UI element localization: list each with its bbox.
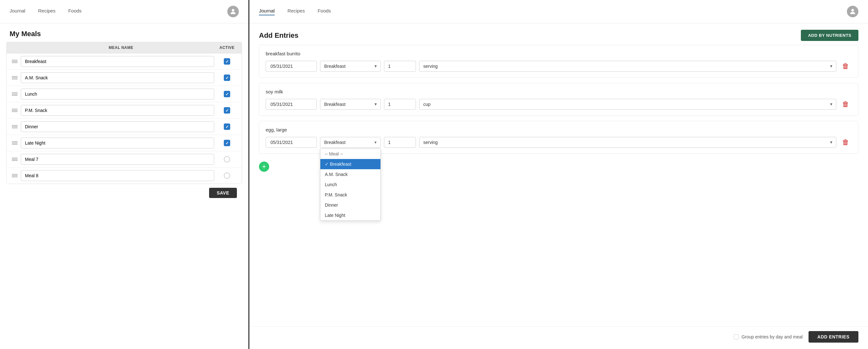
food-name-1: soy milk bbox=[266, 89, 852, 94]
nav-link-journal-right[interactable]: Journal bbox=[259, 8, 275, 16]
meal-checkbox-1[interactable] bbox=[217, 75, 237, 81]
drag-handle[interactable] bbox=[12, 60, 18, 63]
drag-handle[interactable] bbox=[12, 125, 18, 128]
nav-link-journal-left[interactable]: Journal bbox=[9, 8, 25, 16]
food-name-2: egg, large bbox=[266, 127, 852, 133]
meal-name-input-3[interactable] bbox=[21, 105, 214, 116]
entry-card-1: soy milk Breakfeast A.M. Snack Lunch P.M… bbox=[259, 83, 859, 116]
save-button[interactable]: SAVE bbox=[209, 188, 237, 198]
meal-select-display-2[interactable]: Breakfeast ▼ bbox=[320, 137, 381, 148]
group-entries-checkbox[interactable] bbox=[734, 334, 739, 340]
drag-handle[interactable] bbox=[12, 92, 18, 96]
table-row bbox=[7, 168, 242, 184]
meal-dropdown-2: -- Meal -- ✓ Breakfeast A.M. Snack Lunch… bbox=[320, 148, 381, 221]
entry-date-0[interactable] bbox=[266, 61, 317, 72]
bottom-actions: Group entries by day and meal ADD ENTRIE… bbox=[249, 326, 868, 349]
food-name-0: breakfast burrito bbox=[266, 51, 852, 56]
table-row bbox=[7, 53, 242, 70]
meal-checkbox-5[interactable] bbox=[217, 140, 237, 146]
meal-checkbox-6[interactable] bbox=[217, 156, 237, 163]
table-row bbox=[7, 119, 242, 135]
avatar-icon-right bbox=[847, 6, 859, 17]
entry-card-0: breakfast burrito Breakfeast A.M. Snack … bbox=[259, 45, 859, 78]
meals-table: MEAL NAME ACTIVE bbox=[6, 42, 242, 184]
meal-name-input-4[interactable] bbox=[21, 121, 214, 132]
meal-name-input-7[interactable] bbox=[21, 170, 214, 181]
meal-select-0[interactable]: Breakfeast A.M. Snack Lunch P.M. Snack D… bbox=[320, 61, 381, 72]
entry-quantity-1[interactable] bbox=[384, 99, 416, 110]
meal-name-input-5[interactable] bbox=[21, 138, 214, 148]
left-nav: Journal Recipes Foods bbox=[0, 0, 248, 23]
unit-select-wrapper-0: serving cup oz g ▼ bbox=[419, 61, 836, 72]
dropdown-option-dinner[interactable]: Dinner bbox=[320, 200, 380, 210]
meal-checkbox-3[interactable] bbox=[217, 107, 237, 114]
group-entries-label[interactable]: Group entries by day and meal bbox=[734, 334, 802, 340]
left-content: MEAL NAME ACTIVE bbox=[0, 42, 248, 349]
drag-handle[interactable] bbox=[12, 76, 18, 79]
nav-link-recipes-right[interactable]: Recipes bbox=[287, 8, 305, 16]
unit-select-1[interactable]: serving cup oz g bbox=[419, 99, 836, 110]
meal-name-input-0[interactable] bbox=[21, 56, 214, 67]
meal-name-input-2[interactable] bbox=[21, 89, 214, 99]
delete-entry-1[interactable]: 🗑 bbox=[840, 99, 852, 109]
dropdown-option-late-night[interactable]: Late Night bbox=[320, 210, 380, 221]
col-header-name: MEAL NAME bbox=[25, 46, 217, 50]
right-nav: Journal Recipes Foods bbox=[249, 0, 868, 23]
left-panel: Journal Recipes Foods My Meals MEAL NAME… bbox=[0, 0, 249, 349]
add-entries-button[interactable]: ADD ENTRIES bbox=[809, 331, 859, 343]
nav-link-foods-right[interactable]: Foods bbox=[317, 8, 331, 16]
table-row bbox=[7, 70, 242, 86]
dropdown-header: -- Meal -- bbox=[320, 149, 380, 159]
meals-table-header: MEAL NAME ACTIVE bbox=[7, 42, 242, 53]
entry-date-1[interactable] bbox=[266, 99, 317, 110]
avatar-icon-left bbox=[227, 6, 239, 17]
group-entries-text: Group entries by day and meal bbox=[741, 334, 802, 340]
nav-link-recipes-left[interactable]: Recipes bbox=[38, 8, 55, 16]
meal-checkbox-7[interactable] bbox=[217, 172, 237, 179]
drag-handle[interactable] bbox=[12, 174, 18, 177]
table-row bbox=[7, 135, 242, 151]
unit-select-wrapper-1: serving cup oz g ▼ bbox=[419, 99, 836, 110]
dropdown-option-breakfeast[interactable]: ✓ Breakfeast bbox=[320, 159, 380, 169]
table-row bbox=[7, 103, 242, 119]
dropdown-option-pm-snack[interactable]: P.M. Snack bbox=[320, 190, 380, 200]
drag-handle[interactable] bbox=[12, 109, 18, 112]
meal-select-value-2: Breakfeast bbox=[324, 140, 346, 145]
meal-checkbox-4[interactable] bbox=[217, 123, 237, 130]
dropdown-option-am-snack[interactable]: A.M. Snack bbox=[320, 169, 380, 179]
dropdown-option-lunch[interactable]: Lunch bbox=[320, 179, 380, 190]
right-header: Add Entries ADD BY NUTRIENTS bbox=[249, 23, 868, 45]
entry-row-2: Breakfeast ▼ -- Meal -- ✓ Breakfeast A.M… bbox=[266, 137, 852, 148]
avatar-right bbox=[847, 6, 859, 17]
entry-date-2[interactable] bbox=[266, 137, 317, 148]
meal-select-wrapper-0: Breakfeast A.M. Snack Lunch P.M. Snack D… bbox=[320, 61, 381, 72]
right-panel: Journal Recipes Foods Add Entries ADD BY… bbox=[249, 0, 868, 349]
col-header-active: ACTIVE bbox=[217, 46, 237, 50]
delete-entry-0[interactable]: 🗑 bbox=[840, 61, 852, 71]
unit-select-wrapper-2: serving cup oz g ▼ bbox=[419, 137, 836, 148]
add-by-nutrients-button[interactable]: ADD BY NUTRIENTS bbox=[801, 30, 859, 41]
unit-select-2[interactable]: serving cup oz g bbox=[419, 137, 836, 148]
table-row bbox=[7, 151, 242, 168]
meal-name-input-1[interactable] bbox=[21, 72, 214, 83]
save-btn-row: SAVE bbox=[6, 184, 242, 203]
svg-point-0 bbox=[232, 9, 234, 11]
meal-checkbox-0[interactable] bbox=[217, 58, 237, 65]
page-title-right: Add Entries bbox=[259, 31, 298, 40]
entry-quantity-2[interactable] bbox=[384, 137, 416, 148]
drag-handle[interactable] bbox=[12, 141, 18, 145]
entry-card-2: egg, large Breakfeast ▼ -- Meal -- ✓ Bre… bbox=[259, 121, 859, 154]
meal-select-wrapper-2: Breakfeast ▼ -- Meal -- ✓ Breakfeast A.M… bbox=[320, 137, 381, 148]
nav-link-foods-left[interactable]: Foods bbox=[68, 8, 82, 16]
table-row bbox=[7, 86, 242, 103]
entry-row-0: Breakfeast A.M. Snack Lunch P.M. Snack D… bbox=[266, 61, 852, 72]
delete-entry-2[interactable]: 🗑 bbox=[840, 138, 852, 147]
meal-select-1[interactable]: Breakfeast A.M. Snack Lunch P.M. Snack D… bbox=[320, 99, 381, 110]
entry-quantity-0[interactable] bbox=[384, 61, 416, 72]
avatar-left bbox=[227, 6, 239, 17]
meal-name-input-6[interactable] bbox=[21, 154, 214, 165]
add-entry-button[interactable]: + bbox=[259, 162, 269, 172]
unit-select-0[interactable]: serving cup oz g bbox=[419, 61, 836, 72]
meal-checkbox-2[interactable] bbox=[217, 91, 237, 97]
drag-handle[interactable] bbox=[12, 158, 18, 161]
